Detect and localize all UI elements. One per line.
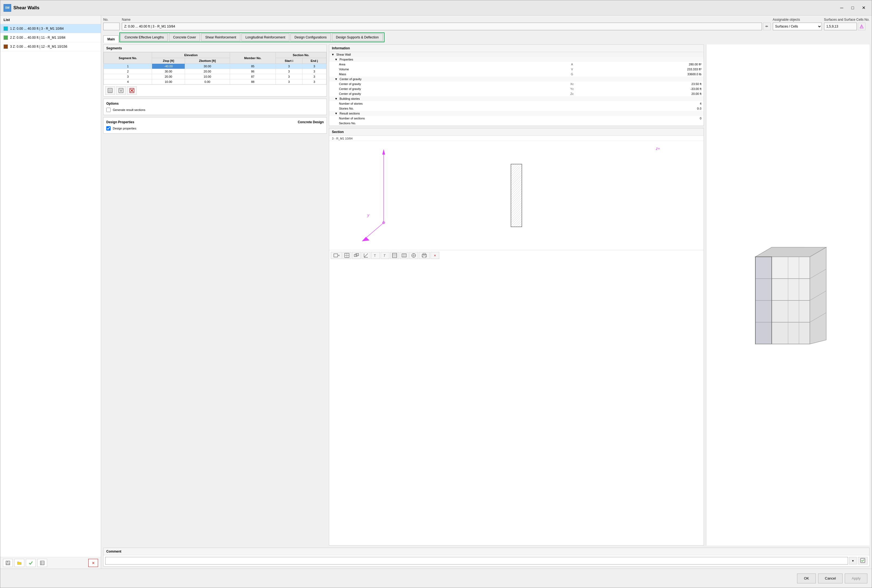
result-sections-row[interactable]: ▼ Result sections [329, 111, 704, 116]
3d-panel [706, 44, 869, 546]
assignable-select[interactable]: Surfaces / Cells [773, 22, 822, 30]
left-content: Segments Segment No. Elevation Member No… [103, 44, 327, 546]
info-row-zc: Center of gravity Zc 20.00 ft [329, 92, 704, 96]
open-list-button[interactable] [15, 559, 24, 567]
sym-area: A [549, 62, 595, 67]
check-button[interactable] [26, 559, 36, 567]
tab-concrete-cover[interactable]: Concrete Cover [169, 33, 200, 41]
list-item[interactable]: 2 Z: 0.00 ... 40.00 ft | 11 - R_M1 10/84 [0, 33, 101, 42]
info-row-mass: Mass G 33600.0 lb [329, 72, 704, 76]
surfaces-pick-button[interactable] [858, 22, 866, 30]
generate-sections-label[interactable]: Generate result sections [113, 108, 145, 111]
val-area: 280.00 ft² [595, 62, 704, 67]
apply-button[interactable]: Apply [845, 573, 868, 584]
section-tool-9[interactable] [409, 252, 418, 259]
svg-rect-33 [354, 254, 357, 256]
seg-edit-button[interactable] [116, 86, 126, 94]
section-tool-4[interactable] [362, 252, 370, 259]
list-item[interactable]: 1 Z: 0.00 ... 40.00 ft | 3 - R_M1 10/84 [0, 24, 101, 33]
cell-seg: 3 [104, 74, 152, 80]
col-elevation: Elevation [152, 52, 230, 58]
result-sections-label: Result sections [340, 112, 360, 115]
col-end-j: End j [302, 58, 326, 64]
color-indicator [3, 44, 8, 49]
val-yc: -33.00 ft [595, 86, 704, 92]
shear-wall-label: Shear Wall [336, 53, 351, 56]
section-close-button[interactable]: ✕ [430, 252, 439, 259]
tab-concrete-effective-lengths[interactable]: Concrete Effective Lengths [120, 33, 168, 41]
footer-buttons: OK Cancel Apply [797, 573, 868, 584]
section-visual: z+ y [329, 141, 704, 250]
design-properties-checkbox[interactable] [106, 126, 111, 130]
tab-design-supports-deflection[interactable]: Design Supports & Deflection [332, 33, 383, 41]
close-button[interactable]: ✕ [859, 4, 869, 12]
key-sections-no: Sections No. [329, 121, 549, 126]
tabs-container: Concrete Effective Lengths Concrete Cove… [119, 33, 384, 42]
comment-row: ▼ [103, 555, 869, 566]
section-tool-3[interactable] [352, 252, 361, 259]
z-axis-label: z+ [656, 146, 660, 151]
cell-start: 3 [276, 80, 303, 84]
sym-xc: Xc [549, 81, 595, 86]
stories-row[interactable]: ▼ Building stories [329, 96, 704, 101]
tab-shear-reinforcement[interactable]: Shear Reinforcement [201, 33, 240, 41]
tab-design-configurations[interactable]: Design Configurations [291, 33, 331, 41]
section-tool-5[interactable]: T [371, 252, 380, 259]
section-toolbar: T T [329, 250, 704, 261]
section-tool-6[interactable]: T [381, 252, 390, 259]
comment-dropdown-button[interactable]: ▼ [849, 557, 857, 564]
properties-row[interactable]: ▼ Properties [329, 57, 704, 62]
minimize-button[interactable]: ─ [837, 4, 847, 12]
svg-rect-27 [511, 164, 522, 227]
table-row[interactable]: 2 30.00 20.00 86 3 3 [104, 69, 327, 74]
table-row[interactable]: 3 20.00 10.00 87 3 3 [104, 74, 327, 80]
key-zc: Center of gravity [329, 92, 549, 96]
segments-section: Segments Segment No. Elevation Member No… [103, 44, 327, 96]
table-row[interactable]: 1 -40.00 30.00 85 3 3 [104, 64, 327, 69]
name-input[interactable] [122, 22, 762, 30]
surfaces-field [824, 22, 869, 30]
assignable-label: Assignable objects [773, 18, 822, 21]
list-item[interactable]: 3 Z: 0.00 ... 40.00 ft | 12 - R_M1 10/15… [0, 42, 101, 51]
cell-start: 3 [276, 64, 303, 69]
svg-rect-15 [120, 90, 122, 92]
key-yc: Center of gravity [329, 86, 549, 92]
name-edit-button[interactable]: ✏ [763, 22, 771, 30]
tab-main[interactable]: Main [103, 36, 119, 43]
cog-row[interactable]: ▼ Center of gravity [329, 76, 704, 81]
maximize-button[interactable]: □ [848, 4, 857, 12]
seg-add-button[interactable] [105, 86, 115, 94]
comment-action-button[interactable] [858, 557, 868, 564]
right-content: Information ▼ Shear Wall [329, 44, 704, 546]
key-mass: Mass [329, 72, 549, 76]
seg-delete-button[interactable] [127, 86, 137, 94]
list-toolbar: ✕ [0, 557, 101, 568]
svg-text:T: T [374, 254, 376, 258]
info-row-sections-no: Sections No. [329, 121, 704, 126]
close-list-button[interactable]: ✕ [88, 559, 98, 567]
section-canvas: z+ y [329, 141, 704, 250]
shear-wall-row[interactable]: ▼ Shear Wall [329, 52, 704, 57]
sym-yc: Yc [549, 86, 595, 92]
design-properties-label[interactable]: Design properties [113, 127, 136, 130]
cancel-button[interactable]: Cancel [818, 573, 842, 584]
cell-end: 3 [302, 69, 326, 74]
val-volume: 233.333 ft³ [595, 67, 704, 72]
section-tool-8[interactable] [400, 252, 409, 259]
section-shape [508, 163, 524, 228]
tab-longitudinal-reinforcement[interactable]: Longitudinal Reinforcement [241, 33, 289, 41]
key-area: Area [329, 62, 549, 67]
table-button[interactable] [37, 559, 47, 567]
section-tool-7[interactable] [390, 252, 399, 259]
section-print-button[interactable] [419, 252, 430, 259]
section-tool-1[interactable] [331, 252, 342, 259]
generate-sections-checkbox[interactable] [106, 108, 111, 112]
comment-input[interactable] [105, 557, 848, 564]
table-row[interactable]: 4 10.00 0.00 88 3 3 [104, 80, 327, 84]
section-tool-2[interactable] [343, 252, 351, 259]
ok-button[interactable]: OK [797, 573, 816, 584]
info-row-volume: Volume V 233.333 ft³ [329, 67, 704, 72]
save-list-button[interactable] [3, 559, 13, 567]
surfaces-input[interactable] [824, 22, 857, 30]
col-segment-no: Segment No. [104, 52, 152, 64]
